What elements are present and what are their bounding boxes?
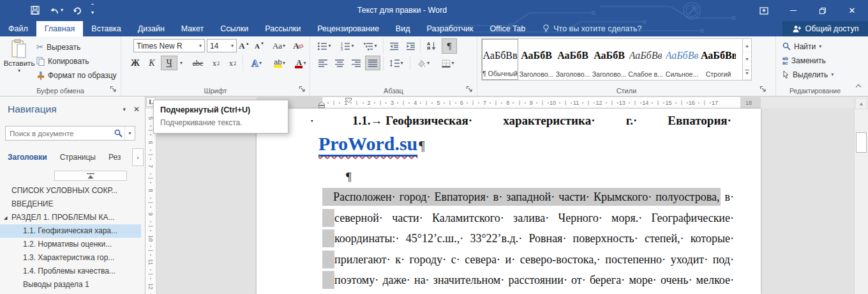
- style-card[interactable]: АаБбВ Заголово...: [518, 39, 555, 80]
- style-card[interactable]: АаБбВ Заголово...: [555, 39, 591, 80]
- navigation-tab[interactable]: Страницы: [60, 153, 96, 162]
- ribbon-tab[interactable]: Дизайн: [130, 21, 173, 36]
- redo-button[interactable]: [73, 6, 82, 15]
- heading-tree-item[interactable]: ВВЕДЕНИЕ: [0, 197, 141, 211]
- style-card[interactable]: АаБбВв Строгий: [700, 39, 737, 80]
- ribbon-tab[interactable]: Вид: [387, 21, 419, 36]
- vertical-scrollbar[interactable]: ▲: [854, 97, 868, 294]
- paste-button[interactable]: Вставить ▾: [4, 39, 34, 74]
- replace-button[interactable]: abac Заменить: [782, 54, 826, 67]
- ribbon-tab[interactable]: Главная: [36, 21, 84, 36]
- ribbon-tab[interactable]: Рецензирование: [309, 21, 387, 36]
- heading-tree-item[interactable]: 1.4. Проблемы качества...: [0, 265, 141, 278]
- heading-tree-item[interactable]: 1.2. Нормативы оценки...: [0, 238, 141, 251]
- share-button[interactable]: Общий доступ: [782, 21, 868, 36]
- styles-more-button[interactable]: ▼: [743, 66, 751, 80]
- align-left-button[interactable]: [315, 56, 331, 70]
- ribbon-tab[interactable]: Office Tab: [481, 21, 534, 36]
- styles-scroll-up-button[interactable]: ▲: [743, 39, 751, 52]
- navigation-tab[interactable]: Рез: [108, 153, 121, 162]
- font-color-button[interactable]: А ▾: [292, 56, 310, 70]
- font-size-combo[interactable]: 14▾: [207, 39, 237, 52]
- brand-link[interactable]: ProWord.su: [318, 133, 417, 154]
- underline-button[interactable]: Ч: [161, 56, 177, 70]
- subscript-button[interactable]: x2: [208, 56, 224, 70]
- collapse-ribbon-button[interactable]: [857, 85, 862, 90]
- align-center-button[interactable]: [332, 56, 347, 70]
- underline-dropdown-icon[interactable]: ▾: [177, 61, 185, 66]
- change-case-button[interactable]: Aa▾: [269, 39, 289, 53]
- ribbon-tab[interactable]: Вставка: [83, 21, 129, 36]
- superscript-button[interactable]: x2: [225, 56, 241, 70]
- text-effects-button[interactable]: А▾: [246, 56, 267, 70]
- justify-button[interactable]: [365, 56, 380, 70]
- increase-indent-button[interactable]: [403, 39, 418, 53]
- text-highlight-button[interactable]: ab ▾: [269, 56, 290, 70]
- shading-button[interactable]: ▾: [413, 56, 433, 70]
- sort-button[interactable]: АЯ: [423, 39, 440, 53]
- tell-me-box[interactable]: Что вы хотите сделать?: [542, 21, 641, 36]
- underline-split-button[interactable]: Ч ▾: [161, 56, 185, 70]
- ribbon-tab[interactable]: Разработчик: [418, 21, 481, 36]
- styles-scroll-down-button[interactable]: ▼: [743, 52, 751, 66]
- navigation-tab[interactable]: Заголовки: [8, 153, 47, 162]
- search-input[interactable]: [6, 130, 114, 137]
- expand-triangle-icon[interactable]: ◢: [4, 211, 7, 224]
- bold-button[interactable]: Ж: [128, 56, 143, 70]
- ribbon-tab[interactable]: Ссылки: [212, 21, 257, 36]
- scroll-up-button[interactable]: ▲: [855, 98, 867, 109]
- scrollbar-thumb[interactable]: [856, 132, 867, 153]
- clear-formatting-button[interactable]: А: [290, 39, 306, 53]
- save-button[interactable]: [31, 6, 40, 15]
- borders-button[interactable]: ▾: [437, 56, 459, 70]
- search-options-dropdown[interactable]: ▾: [124, 127, 135, 140]
- multilevel-list-button[interactable]: ▾: [360, 39, 380, 53]
- heading-tree-item[interactable]: СПИСОК УСЛОВНЫХ СОКР...: [0, 184, 141, 197]
- navigation-tabs-more-button[interactable]: ›: [132, 148, 144, 166]
- heading-tree-item[interactable]: 1.3. Характеристика гор...: [0, 251, 141, 265]
- select-button[interactable]: Выделить▾: [782, 68, 834, 81]
- hanging-indent-marker[interactable]: [318, 102, 325, 108]
- ribbon-display-options-button[interactable]: [749, 0, 779, 21]
- close-button[interactable]: ✕: [837, 0, 867, 21]
- document-page[interactable]: ▪ 1.1.→ Геофизическая·характеристика·г.·…: [257, 109, 761, 294]
- italic-button[interactable]: К: [144, 56, 160, 70]
- styles-dialog-launcher[interactable]: [760, 86, 767, 93]
- ribbon-tab[interactable]: Рассылки: [257, 21, 309, 36]
- first-line-indent-marker[interactable]: [345, 98, 352, 103]
- font-dialog-launcher[interactable]: [299, 86, 306, 93]
- align-right-button[interactable]: [348, 56, 364, 70]
- clipboard-dialog-launcher[interactable]: [110, 86, 117, 93]
- navigation-options-icon[interactable]: ▾: [123, 106, 126, 112]
- decrease-indent-button[interactable]: [386, 39, 401, 53]
- style-card[interactable]: АаБбВ Заголово...: [591, 39, 627, 80]
- heading-tree-item[interactable]: Выводы раздела 1: [0, 278, 141, 291]
- shrink-font-button[interactable]: А▼: [252, 39, 267, 53]
- restore-button[interactable]: [808, 0, 837, 21]
- ribbon-tab[interactable]: Макет: [173, 21, 212, 36]
- line-spacing-button[interactable]: ▾: [386, 56, 407, 70]
- cut-button[interactable]: ✂ Вырезать: [36, 40, 80, 54]
- collapse-headings-button[interactable]: [54, 171, 127, 181]
- customize-qat-button[interactable]: ▾: [91, 4, 94, 17]
- style-card[interactable]: АаБбВв Сильное...: [664, 39, 700, 80]
- navigation-close-icon[interactable]: ✕: [133, 105, 140, 114]
- ribbon-tab[interactable]: Файл: [0, 21, 36, 36]
- numbering-button[interactable]: 123 ▾: [337, 39, 357, 53]
- show-marks-button[interactable]: ¶: [442, 38, 457, 54]
- find-button[interactable]: Найти▾: [782, 40, 821, 53]
- heading-tree-item[interactable]: 1.1. Геофизическая хара...: [0, 224, 141, 238]
- document-search-box[interactable]: ▾: [5, 126, 135, 141]
- style-card[interactable]: АаБбВв ¶ Обычный: [482, 39, 518, 80]
- copy-button[interactable]: Копировать: [36, 54, 89, 68]
- font-name-combo[interactable]: Times New R▾: [133, 39, 205, 52]
- style-card[interactable]: АаБбВв Слабое в...: [627, 39, 664, 80]
- paragraph-dialog-launcher[interactable]: [466, 86, 473, 93]
- strikethrough-button[interactable]: abc: [189, 56, 207, 70]
- heading-tree-item[interactable]: ◢ РАЗДЕЛ 1. ПРОБЛЕМЫ КА...: [0, 211, 141, 224]
- bullets-button[interactable]: ▾: [314, 39, 334, 53]
- minimize-button[interactable]: [779, 0, 808, 21]
- format-painter-button[interactable]: Формат по образцу: [36, 68, 117, 82]
- undo-button[interactable]: ▾: [49, 6, 63, 15]
- grow-font-button[interactable]: А▲: [237, 39, 251, 53]
